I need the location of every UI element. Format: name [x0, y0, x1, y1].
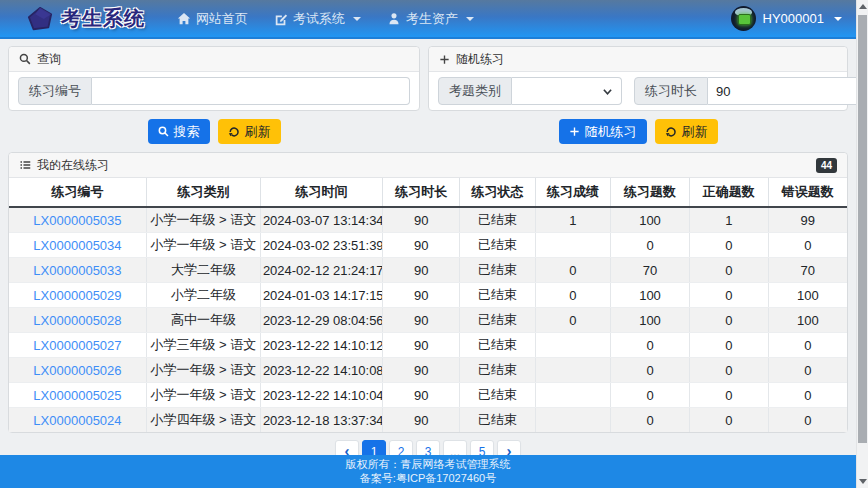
category-label: 考题类别: [438, 77, 512, 105]
search-button[interactable]: 搜索: [148, 119, 210, 144]
table-row: LX0000005028高中一年级2023-12-29 08:04:5690已结…: [9, 308, 847, 333]
content: 查询 练习编号 搜索 刷新: [0, 39, 856, 463]
table-header-row: 练习编号练习类别练习时间练习时长练习状态练习成绩练习题数正确题数错误题数: [9, 178, 847, 207]
practice-table: 练习编号练习类别练习时间练习时长练习状态练习成绩练习题数正确题数错误题数 LX0…: [9, 178, 847, 432]
table-row: LX0000005024小学四年级 > 语文2023-12-18 13:37:3…: [9, 408, 847, 433]
plus-icon: [569, 126, 580, 137]
table-row: LX0000005029小学二年级2024-01-03 14:17:1590已结…: [9, 283, 847, 308]
nav-links: 网站首页 考试系统 考生资产: [177, 10, 474, 28]
refresh-button[interactable]: 刷新: [655, 119, 718, 144]
chevron-down-icon: [466, 17, 474, 21]
practice-id-group: 练习编号: [18, 77, 410, 105]
duration-input[interactable]: [708, 77, 868, 105]
practice-id-link[interactable]: LX0000005026: [33, 363, 121, 378]
column-header: 练习时间: [260, 178, 382, 207]
brand[interactable]: 考生系统: [26, 5, 145, 32]
refresh-icon: [228, 126, 240, 138]
user-bust-icon: [387, 12, 401, 26]
table-row: LX0000005034小学一年级 > 语文2024-03-02 23:51:3…: [9, 233, 847, 258]
practice-id-label: 练习编号: [18, 77, 92, 105]
column-header: 练习状态: [460, 178, 535, 207]
query-panel-header: 查询: [9, 47, 419, 72]
vertical-scrollbar[interactable]: [856, 0, 868, 488]
nav-item-label: 考生资产: [406, 10, 458, 28]
logo-gem-icon: [26, 6, 54, 32]
refresh-icon: [665, 126, 677, 138]
practice-id-link[interactable]: LX0000005028: [33, 313, 121, 328]
category-group: 考题类别: [438, 77, 622, 105]
random-panel-header: 随机练习: [429, 47, 847, 72]
brand-title: 考生系统: [61, 5, 145, 32]
scroll-up-arrow-icon[interactable]: [859, 4, 867, 9]
column-header: 练习成绩: [535, 178, 610, 207]
practice-id-link[interactable]: LX0000005029: [33, 288, 121, 303]
nav-item-assets[interactable]: 考生资产: [387, 10, 474, 28]
scrollbar-thumb[interactable]: [858, 15, 867, 443]
practice-id-link[interactable]: LX0000005027: [33, 338, 121, 353]
query-panel: 查询 练习编号: [8, 46, 420, 111]
column-header: 错误题数: [768, 178, 847, 207]
search-icon: [158, 126, 169, 137]
practice-id-link[interactable]: LX0000005035: [33, 213, 121, 228]
practice-id-link[interactable]: LX0000005034: [33, 238, 121, 253]
table-row: LX0000005035小学一年级 > 语文2024-03-07 13:14:3…: [9, 207, 847, 233]
random-practice-button[interactable]: 随机练习: [559, 119, 647, 144]
table-panel-header: 我的在线练习 44: [9, 153, 847, 178]
column-header: 练习类别: [146, 178, 260, 207]
random-panel-title: 随机练习: [456, 51, 504, 68]
chevron-down-icon: [602, 87, 613, 96]
column-header: 练习题数: [611, 178, 690, 207]
copyright-line: 版权所有：青辰网络考试管理系统: [0, 457, 856, 471]
random-practice-panel: 随机练习 考题类别 练习时长 分钟: [428, 46, 848, 111]
query-panel-title: 查询: [37, 51, 61, 68]
avatar: [731, 6, 756, 31]
edit-square-icon: [274, 12, 288, 26]
category-select[interactable]: [512, 77, 622, 105]
footer: 版权所有：青辰网络考试管理系统 备案号:粤ICP备17027460号: [0, 455, 856, 488]
column-header: 练习编号: [9, 178, 146, 207]
user-menu[interactable]: HY000001: [731, 6, 842, 31]
count-badge: 44: [816, 158, 837, 173]
icp-line: 备案号:粤ICP备17027460号: [0, 471, 856, 485]
table-row: LX0000005033大学二年级2024-02-12 21:24:1790已结…: [9, 258, 847, 283]
practice-id-link[interactable]: LX0000005025: [33, 388, 121, 403]
chevron-down-icon: [834, 17, 842, 21]
table-row: LX0000005025小学一年级 > 语文2023-12-22 14:10:0…: [9, 383, 847, 408]
nav-item-exam-system[interactable]: 考试系统: [274, 10, 361, 28]
navbar: 考生系统 网站首页 考试系统 考生资产 HY000001: [0, 0, 856, 39]
practice-id-link[interactable]: LX0000005033: [33, 263, 121, 278]
plus-icon: [439, 54, 450, 65]
scroll-down-arrow-icon[interactable]: [859, 479, 867, 484]
username: HY000001: [763, 11, 824, 26]
column-header: 练习时长: [383, 178, 460, 207]
nav-item-label: 考试系统: [293, 10, 345, 28]
search-icon: [19, 53, 31, 65]
online-practice-panel: 我的在线练习 44 练习编号练习类别练习时间练习时长练习状态练习成绩练习题数正确…: [8, 152, 848, 433]
duration-group: 练习时长 分钟: [634, 77, 868, 105]
practice-id-input[interactable]: [92, 77, 410, 105]
table-row: LX0000005026小学一年级 > 语文2023-12-22 14:10:0…: [9, 358, 847, 383]
table-panel-title: 我的在线练习: [37, 157, 109, 174]
column-header: 正确题数: [689, 178, 768, 207]
table-row: LX0000005027小学三年级 > 语文2023-12-22 14:10:1…: [9, 333, 847, 358]
duration-label: 练习时长: [634, 77, 708, 105]
list-icon: [19, 159, 31, 171]
nav-item-home[interactable]: 网站首页: [177, 10, 248, 28]
refresh-button[interactable]: 刷新: [218, 119, 281, 144]
home-icon: [177, 12, 191, 26]
chevron-down-icon: [353, 17, 361, 21]
nav-item-label: 网站首页: [196, 10, 248, 28]
practice-id-link[interactable]: LX0000005024: [33, 413, 121, 428]
table-body: LX0000005035小学一年级 > 语文2024-03-07 13:14:3…: [9, 207, 847, 432]
